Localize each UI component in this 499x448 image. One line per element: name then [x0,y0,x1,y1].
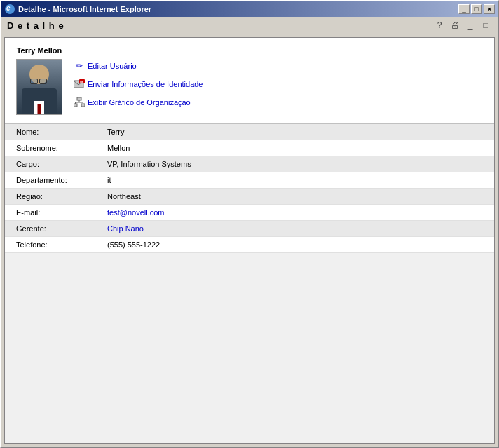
svg-rect-4 [74,104,77,107]
send-identity-label: Enviar Informações de Identidade [88,80,203,88]
table-row: Sobrenome:Mellon [5,140,494,156]
send-identity-link[interactable]: ✉ Enviar Informações de Identidade [74,79,203,90]
org-chart-icon [74,97,85,108]
toolbar: D e t a l h e ? 🖨 _ □ [1,17,498,34]
print-button[interactable]: 🖨 [449,19,461,32]
field-value: Mellon [96,140,494,156]
field-value[interactable]: Chip Nano [96,221,494,237]
maximize-button[interactable] [471,4,482,14]
details-table: Nome:TerrySobrenome:MellonCargo:VP, Info… [5,124,494,253]
org-chart-link[interactable]: Exibir Gráfico de Organização [74,97,203,108]
person-glasses [30,79,48,84]
field-label: Nome: [5,124,96,140]
svg-rect-5 [81,104,85,107]
person-head [29,65,49,84]
profile-section: Terry Mellon [5,38,494,124]
person-silhouette [17,59,62,115]
field-label: Região: [5,189,96,205]
person-tie [38,104,41,115]
profile-actions: ✏ Editar Usuário ✉ Enviar Infor [74,46,203,108]
svg-rect-3 [77,97,81,100]
toolbar-title: D e t a l h e [7,20,64,31]
ie-icon [4,4,15,15]
table-row: Cargo:VP, Information Systems [5,156,494,172]
profile-photo [16,59,62,115]
field-value: (555) 555-1222 [96,237,494,253]
title-bar-buttons [458,4,495,14]
person-body [22,88,57,115]
field-value: Northeast [96,189,494,205]
edit-user-link[interactable]: ✏ Editar Usuário [74,60,203,72]
main-window: Detalhe - Microsoft Internet Explorer D … [0,0,499,448]
close-button[interactable] [484,4,495,14]
field-link[interactable]: Chip Nano [107,224,144,233]
minimize-button[interactable] [458,4,470,14]
table-row: Nome:Terry [5,124,494,140]
glasses-right [39,79,47,84]
person-shirt [34,101,44,115]
edit-icon: ✏ [74,60,85,72]
field-link[interactable]: test@novell.com [107,208,164,217]
toolbar-minimize-button[interactable]: _ [464,19,477,32]
profile-name: Terry Mellon [17,46,62,55]
table-row: Departamento:it [5,172,494,189]
field-value: VP, Information Systems [96,156,494,172]
field-label: Telefone: [5,237,96,253]
edit-user-label: Editar Usuário [88,62,137,70]
glasses-left [30,79,38,84]
content-area: Terry Mellon [4,37,495,444]
field-value: Terry [96,124,494,140]
field-label: Sobrenome: [5,140,96,156]
help-button[interactable]: ? [433,19,446,32]
field-value[interactable]: test@novell.com [96,205,494,221]
field-label: E-mail: [5,205,96,221]
field-value: it [96,172,494,189]
window-title: Detalhe - Microsoft Internet Explorer [18,5,151,13]
title-bar-left: Detalhe - Microsoft Internet Explorer [4,4,151,15]
profile-left: Terry Mellon [16,46,62,115]
toolbar-maximize-button[interactable]: □ [479,19,492,32]
field-label: Cargo: [5,156,96,172]
table-row: E-mail:test@novell.com [5,205,494,221]
window-body: D e t a l h e ? 🖨 _ □ Terry Mellon [1,17,498,447]
table-row: Região:Northeast [5,189,494,205]
org-chart-label: Exibir Gráfico de Organização [88,98,191,107]
table-row: Gerente:Chip Nano [5,221,494,237]
toolbar-actions: ? 🖨 _ □ [433,19,492,32]
title-bar: Detalhe - Microsoft Internet Explorer [1,1,498,17]
table-row: Telefone:(555) 555-1222 [5,237,494,253]
email-icon: ✉ [74,79,85,90]
field-label: Departamento: [5,172,96,189]
field-label: Gerente: [5,221,96,237]
